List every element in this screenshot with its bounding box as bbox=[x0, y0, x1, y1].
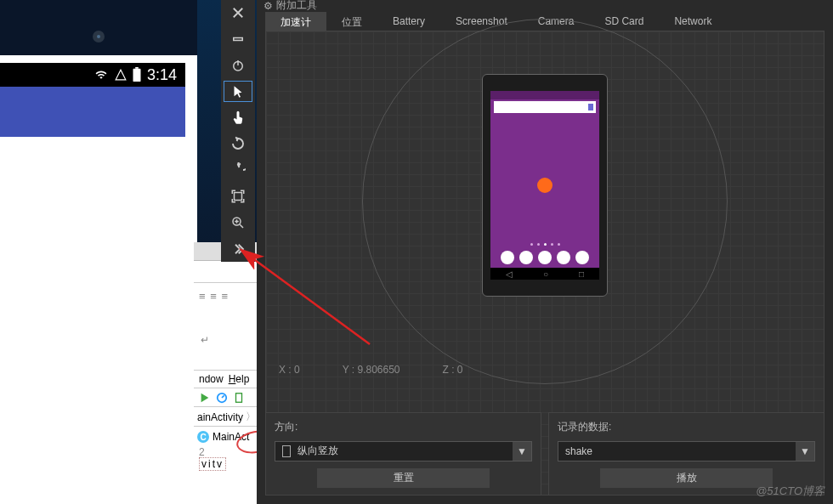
recorded-label: 记录的数据: bbox=[558, 420, 815, 434]
tab-location[interactable]: 位置 bbox=[326, 12, 377, 31]
menu-window[interactable]: ndow bbox=[199, 373, 224, 385]
app-bar bbox=[0, 87, 185, 138]
ide-breadcrumb[interactable]: ainActivity 〉 bbox=[194, 408, 258, 427]
gear-icon: ⚙ bbox=[264, 0, 273, 12]
ide-toolbar bbox=[194, 261, 258, 283]
power-button[interactable] bbox=[221, 53, 255, 79]
ide-code-line: 2 vitv bbox=[199, 446, 226, 470]
tab-network[interactable]: Network bbox=[659, 12, 727, 31]
cursor-button[interactable] bbox=[221, 78, 255, 105]
coord-z: Z : 0 bbox=[443, 364, 463, 376]
svg-rect-3 bbox=[236, 393, 242, 402]
phone-preview: 3:14 bbox=[0, 0, 197, 504]
gauge-icon[interactable] bbox=[216, 392, 228, 404]
svg-rect-0 bbox=[133, 69, 140, 82]
code-text: vitv bbox=[199, 457, 226, 471]
touch-button[interactable] bbox=[221, 105, 255, 131]
direction-value: 纵向竖放 bbox=[298, 444, 338, 458]
dropdown-icon: ▼ bbox=[796, 442, 814, 461]
more-button[interactable] bbox=[221, 235, 255, 262]
svg-rect-4 bbox=[234, 38, 243, 41]
sim-status-bar bbox=[490, 91, 599, 99]
ide-align-row: ≡ ≡ ≡ bbox=[194, 285, 258, 307]
sim-search-bar bbox=[494, 101, 596, 113]
pilcrow-icon: ↵ bbox=[201, 334, 209, 346]
dropdown-icon: ▼ bbox=[513, 442, 531, 461]
simulated-screen: ◁○□ bbox=[490, 91, 599, 280]
app-content bbox=[0, 137, 185, 358]
recorded-select[interactable]: shake ▼ bbox=[558, 441, 815, 462]
ide-window-fragment: ≡ ≡ ≡ ↵ ndow Help ainActivity 〉 C MainAc… bbox=[194, 242, 258, 504]
ide-icon-row[interactable] bbox=[194, 388, 258, 407]
close-button[interactable] bbox=[221, 0, 255, 26]
reset-button[interactable]: 重置 bbox=[317, 468, 490, 488]
file-name: MainAct bbox=[212, 431, 249, 443]
phone-camera bbox=[93, 31, 105, 42]
tab-battery[interactable]: Battery bbox=[377, 12, 440, 31]
watermark: @51CTO博客 bbox=[756, 484, 824, 499]
sim-nav-bar: ◁○□ bbox=[490, 268, 599, 280]
ide-file-tab[interactable]: C MainAct bbox=[194, 428, 258, 446]
android-status-bar: 3:14 bbox=[0, 63, 185, 87]
svg-rect-6 bbox=[235, 192, 242, 200]
accelerometer-coords: X : 0 Y : 9.806650 Z : 0 bbox=[279, 364, 463, 376]
class-badge-icon: C bbox=[197, 431, 209, 443]
tab-accelerometer[interactable]: 加速计 bbox=[265, 12, 326, 31]
sim-page-dots bbox=[490, 243, 599, 246]
direction-label: 方向: bbox=[275, 420, 532, 434]
ide-menu-bar[interactable]: ndow Help bbox=[194, 370, 258, 388]
rotate-left-button[interactable] bbox=[221, 131, 255, 157]
status-time: 3:14 bbox=[147, 66, 177, 84]
coord-x: X : 0 bbox=[279, 364, 300, 376]
recorded-value: shake bbox=[565, 445, 592, 457]
sim-dock bbox=[490, 251, 599, 264]
line-number: 2 bbox=[199, 446, 205, 458]
wifi-icon bbox=[93, 69, 110, 81]
menu-help[interactable]: Help bbox=[229, 373, 250, 385]
accelerometer-ball bbox=[537, 178, 552, 193]
play-button[interactable]: 播放 bbox=[600, 468, 773, 488]
screenshot-button[interactable] bbox=[221, 184, 255, 210]
chevron-right-icon: 〉 bbox=[246, 410, 256, 424]
breadcrumb-text: ainActivity bbox=[197, 411, 243, 423]
battery-icon bbox=[132, 67, 142, 82]
phone-bezel bbox=[0, 0, 197, 55]
phone-portrait-icon bbox=[282, 445, 291, 457]
zoom-button[interactable] bbox=[221, 209, 255, 235]
coord-y: Y : 9.806650 bbox=[343, 364, 400, 376]
minimize-button[interactable] bbox=[221, 26, 255, 53]
extended-controls-panel: ⚙ 附加工具 加速计 位置 Battery Screenshot Camera … bbox=[257, 0, 833, 504]
panel-title: ⚙ 附加工具 bbox=[264, 0, 317, 13]
direction-select[interactable]: 纵向竖放 ▼ bbox=[275, 441, 532, 462]
run-icon[interactable] bbox=[199, 392, 211, 404]
signal-icon bbox=[115, 69, 127, 81]
direction-box: 方向: 纵向竖放 ▼ 重置 bbox=[265, 412, 541, 496]
emulator-sidebar bbox=[221, 0, 255, 262]
rotate-right-button[interactable] bbox=[221, 157, 255, 184]
simulated-device[interactable]: ◁○□ bbox=[482, 74, 608, 297]
controls-row: 方向: 纵向竖放 ▼ 重置 记录的数据: shake ▼ 播放 bbox=[265, 412, 824, 496]
device-icon[interactable] bbox=[233, 392, 245, 404]
svg-rect-1 bbox=[135, 67, 139, 69]
